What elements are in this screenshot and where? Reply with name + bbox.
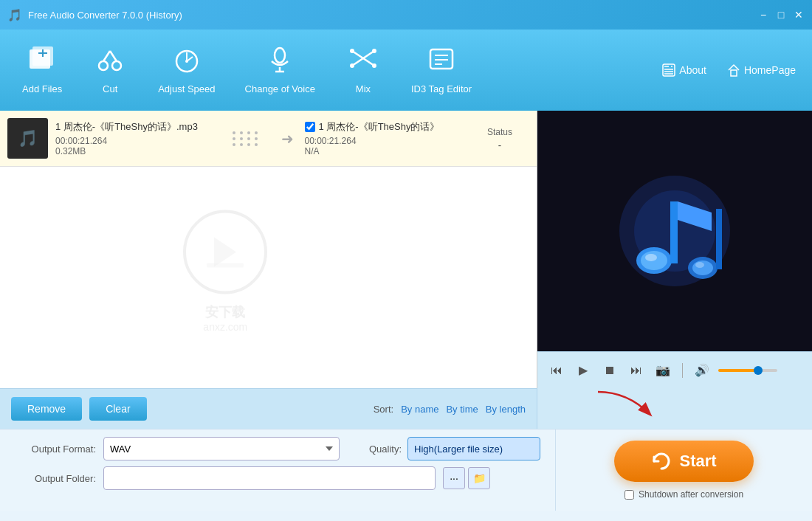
svg-point-16 <box>372 63 376 68</box>
sort-by-length[interactable]: By length <box>486 404 526 415</box>
svg-point-12 <box>275 48 285 63</box>
arrow-icon: ➜ <box>270 130 305 148</box>
svg-point-11 <box>185 60 188 63</box>
preview-video <box>537 111 812 351</box>
add-files-icon <box>28 45 56 79</box>
watermark-text: 安下载 <box>181 303 269 321</box>
about-label: About <box>679 64 706 76</box>
sort-area: Sort: By name By time By length <box>374 404 526 415</box>
table-row[interactable]: 🎵 1 周杰伦-《听TheShy的话》.mp3 00:00:21.264 0.3… <box>0 111 537 167</box>
svg-point-4 <box>99 61 108 70</box>
nav-buttons: About HomePage <box>653 59 805 81</box>
source-file-duration: 00:00:21.264 <box>55 136 221 146</box>
adjust-speed-button[interactable]: Adjust Speed <box>143 39 230 102</box>
maximize-button[interactable]: □ <box>775 9 787 21</box>
mix-icon <box>349 45 377 79</box>
main-content: 🎵 1 周杰伦-《听TheShy的话》.mp3 00:00:21.264 0.3… <box>0 111 812 388</box>
mix-button[interactable]: Mix <box>330 39 396 102</box>
homepage-button[interactable]: HomePage <box>718 59 805 81</box>
start-button[interactable]: Start <box>614 441 753 482</box>
arrow-annotation <box>591 384 664 421</box>
output-duration: 00:00:21.264 <box>305 136 471 146</box>
homepage-label: HomePage <box>744 64 796 76</box>
app-title: Free Audio Converter 7.0.0 (History) <box>28 10 757 21</box>
svg-rect-31 <box>207 263 244 268</box>
source-file-name: 1 周杰伦-《听TheShy的话》.mp3 <box>55 120 221 134</box>
svg-line-6 <box>103 51 110 61</box>
settings-bar: Output Format: WAV Quality: High(Larger … <box>0 429 555 511</box>
id3-tag-editor-button[interactable]: ID3 Tag Editor <box>396 39 486 102</box>
action-row: Remove Clear Sort: By name By time By le… <box>0 388 812 429</box>
sort-by-name[interactable]: By name <box>401 404 438 415</box>
volume-slider[interactable] <box>718 369 777 372</box>
sort-label: Sort: <box>374 404 393 415</box>
id3-tag-editor-label: ID3 Tag Editor <box>411 83 472 96</box>
svg-rect-36 <box>670 201 678 263</box>
preview-music-icon <box>601 165 749 297</box>
change-of-voice-button[interactable]: Change of Voice <box>230 39 330 102</box>
stop-button[interactable]: ⏹ <box>599 360 620 381</box>
output-extra: N/A <box>305 146 471 156</box>
folder-input[interactable]: C:\Users\CS\Music\ <box>103 466 436 490</box>
refresh-icon <box>651 451 672 472</box>
play-button[interactable]: ▶ <box>573 360 593 381</box>
add-files-button[interactable]: Add Files <box>7 39 77 102</box>
minimize-button[interactable]: − <box>757 9 769 21</box>
quality-label: Quality: <box>369 444 402 455</box>
remove-button[interactable]: Remove <box>11 397 82 421</box>
quality-wrapper: Quality: High(Larger file size) <box>369 437 540 460</box>
music-note-icon: 🎵 <box>18 129 38 148</box>
browse-dots-button[interactable]: ··· <box>443 467 465 489</box>
svg-rect-29 <box>731 70 737 76</box>
folder-row: Output Folder: C:\Users\CS\Music\ ··· 📁 <box>15 466 540 490</box>
output-format-select[interactable]: WAV <box>103 437 340 460</box>
shutdown-row: Shutdown after conversion <box>625 489 743 500</box>
app-icon: 🎵 <box>7 8 22 22</box>
toolbar: Add Files Cut Adjust Speed <box>0 30 812 111</box>
start-label: Start <box>679 452 716 471</box>
cut-button[interactable]: Cut <box>77 39 143 102</box>
svg-point-18 <box>372 49 376 53</box>
file-list-panel: 🎵 1 周杰伦-《听TheShy的话》.mp3 00:00:21.264 0.3… <box>0 111 537 388</box>
adjust-speed-label: Adjust Speed <box>158 83 215 96</box>
skip-back-button[interactable]: ⏮ <box>546 360 567 381</box>
quality-select[interactable]: High(Larger file size) <box>407 437 540 460</box>
format-row: Output Format: WAV Quality: High(Larger … <box>15 437 540 460</box>
folder-buttons: ··· 📁 <box>443 467 490 489</box>
svg-point-40 <box>645 254 657 261</box>
about-button[interactable]: About <box>653 59 715 81</box>
id3-tag-editor-icon <box>427 45 455 79</box>
output-file-name: 1 周杰伦-《听TheShy的话》 <box>305 120 471 134</box>
player-controls: ⏮ ▶ ⏹ ⏭ 📷 🔊 <box>537 351 812 388</box>
quality-select-wrapper: High(Larger file size) <box>407 437 540 460</box>
svg-point-38 <box>692 260 713 275</box>
close-button[interactable]: ✕ <box>793 9 805 21</box>
svg-rect-3 <box>42 49 44 57</box>
svg-rect-39 <box>716 209 722 269</box>
file-checkbox[interactable] <box>305 122 315 132</box>
shutdown-checkbox[interactable] <box>625 490 634 500</box>
watermark-icon <box>181 208 269 297</box>
svg-point-41 <box>695 262 704 268</box>
svg-point-17 <box>350 63 354 68</box>
drag-handle[interactable] <box>221 131 270 146</box>
cut-label: Cut <box>103 83 117 96</box>
status-value: - <box>470 139 529 151</box>
sort-by-time[interactable]: By time <box>446 404 478 415</box>
output-folder-label: Output Folder: <box>15 473 96 484</box>
divider <box>682 363 683 378</box>
file-thumbnail: 🎵 <box>7 118 48 159</box>
empty-area: 安下载 anxz.com <box>0 167 537 373</box>
svg-point-30 <box>185 212 266 293</box>
settings-and-start: Output Format: WAV Quality: High(Larger … <box>0 429 812 511</box>
titlebar: 🎵 Free Audio Converter 7.0.0 (History) −… <box>0 0 812 30</box>
svg-point-25 <box>671 66 672 67</box>
action-bar: Remove Clear Sort: By name By time By le… <box>0 388 537 429</box>
camera-button[interactable]: 📷 <box>653 360 673 381</box>
watermark-url: anxz.com <box>181 321 269 333</box>
open-folder-button[interactable]: 📁 <box>468 467 490 489</box>
clear-button[interactable]: Clear <box>89 397 146 421</box>
add-files-label: Add Files <box>22 83 62 96</box>
window-controls: − □ ✕ <box>757 9 805 21</box>
skip-forward-button[interactable]: ⏭ <box>626 360 647 381</box>
